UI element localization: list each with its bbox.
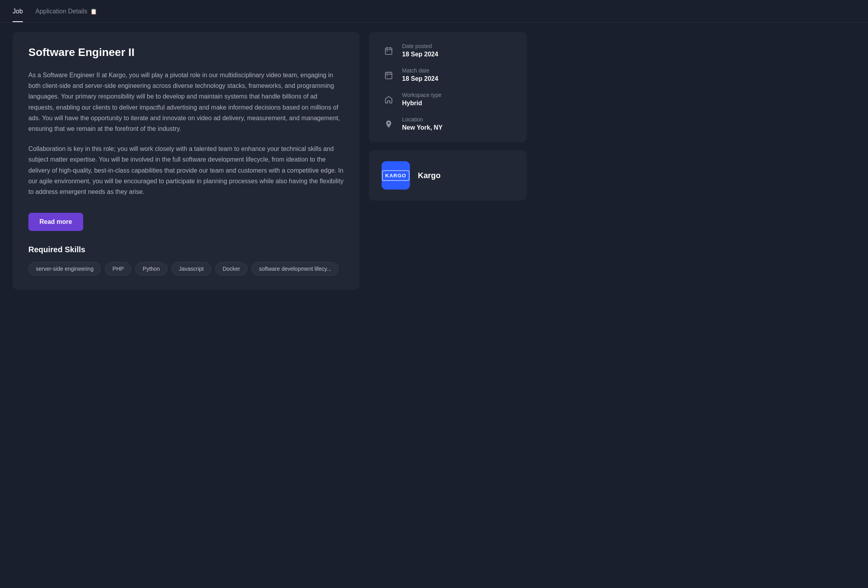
match-date-info: Match date 18 Sep 2024 <box>402 67 438 82</box>
tab-job-label: Job <box>13 8 23 15</box>
company-name: Kargo <box>418 171 441 180</box>
workspace-type-value: Hybrid <box>402 100 441 107</box>
skill-tag: PHP <box>105 262 131 275</box>
required-skills-heading: Required Skills <box>28 245 344 254</box>
company-logo: KARGO <box>382 161 410 190</box>
skills-container: server-side engineeringPHPPythonJavascri… <box>28 262 344 275</box>
location-icon <box>382 117 396 131</box>
right-sidebar: Date posted 18 Sep 2024 Match date <box>369 32 527 290</box>
job-description-2: Collaboration is key in this role; you w… <box>28 143 344 197</box>
svg-rect-5 <box>386 73 392 79</box>
match-date-label: Match date <box>402 67 438 74</box>
location-row: Location New York, NY <box>382 116 514 131</box>
tab-application-details-label: Application Details <box>35 8 88 15</box>
skill-tag: Javascript <box>171 262 211 275</box>
skill-tag: Docker <box>215 262 248 275</box>
date-posted-row: Date posted 18 Sep 2024 <box>382 43 514 58</box>
date-posted-value: 18 Sep 2024 <box>402 51 438 58</box>
match-date-row: Match date 18 Sep 2024 <box>382 67 514 82</box>
date-posted-info: Date posted 18 Sep 2024 <box>402 43 438 58</box>
workspace-type-label: Workspace type <box>402 92 441 98</box>
company-logo-text: KARGO <box>382 170 409 181</box>
calendar-icon <box>382 44 396 58</box>
skill-tag: Python <box>135 262 168 275</box>
workspace-type-row: Workspace type Hybrid <box>382 92 514 107</box>
skill-tag: server-side engineering <box>28 262 101 275</box>
svg-rect-9 <box>387 75 388 76</box>
location-value: New York, NY <box>402 124 443 131</box>
tab-job[interactable]: Job <box>13 0 23 22</box>
read-more-button[interactable]: Read more <box>28 213 83 231</box>
clipboard-icon: 📋 <box>90 8 97 15</box>
company-card: KARGO Kargo <box>369 150 527 201</box>
job-info-card: Date posted 18 Sep 2024 Match date <box>369 32 527 142</box>
match-calendar-icon <box>382 68 396 82</box>
svg-rect-0 <box>386 48 392 55</box>
home-icon <box>382 93 396 107</box>
svg-rect-4 <box>387 51 388 52</box>
location-label: Location <box>402 116 443 123</box>
workspace-type-info: Workspace type Hybrid <box>402 92 441 107</box>
skill-tag: software development lifecy... <box>251 262 339 275</box>
tab-application-details[interactable]: Application Details 📋 <box>35 0 97 22</box>
location-info: Location New York, NY <box>402 116 443 131</box>
main-layout: Software Engineer II As a Software Engin… <box>0 22 868 299</box>
top-nav: Job Application Details 📋 <box>0 0 868 22</box>
match-date-value: 18 Sep 2024 <box>402 75 438 82</box>
job-description-1: As a Software Engineer II at Kargo, you … <box>28 70 344 134</box>
job-content-card: Software Engineer II As a Software Engin… <box>13 32 359 290</box>
job-title: Software Engineer II <box>28 46 344 59</box>
date-posted-label: Date posted <box>402 43 438 49</box>
